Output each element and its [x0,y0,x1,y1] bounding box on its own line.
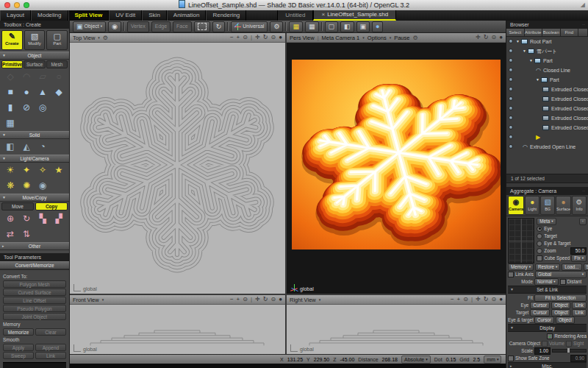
visibility-bullet-icon[interactable] [509,106,513,110]
link-axis-checkbox[interactable] [508,272,514,277]
smooth-append-button[interactable]: Append [35,344,66,351]
set-link-section-bar[interactable]: ▼Set & Link [508,286,587,294]
torus-tool-icon[interactable]: ◎ [35,101,51,115]
convert-pseudo-polygon-button[interactable]: Pseudo Polygon [3,305,66,312]
four-view-layout-button[interactable]: ▦ [289,21,303,32]
rotate-tool-icon[interactable]: ↻ [484,33,489,42]
spot-light-tool-icon[interactable]: ✦ [18,163,35,177]
browser-row[interactable]: ◠Extruded Open Line [506,142,588,152]
mode-dropdown[interactable]: Normal▾ [534,278,559,286]
zoom-in-button[interactable]: + [237,295,240,304]
aggregate-tab-info[interactable]: ⚙Info [572,196,587,215]
tool-parameters-header[interactable]: Tool Parameters [0,253,69,261]
visibility-bullet-icon[interactable] [509,135,513,139]
convert-curved-surface-button[interactable]: Curved Surface [3,289,66,296]
eye-cursor-button[interactable]: Cursor [530,302,550,309]
pan-tool-icon[interactable]: ✛ [255,295,260,304]
aggregate-tab-surface[interactable]: ●Surface [556,196,571,215]
aggregate-tab-light[interactable]: ●Light [525,196,539,215]
browser-panel-header[interactable]: Browser·· [506,21,588,29]
workspace-tab-uv-edit[interactable]: UV Edit [109,10,142,21]
grid-toggle-button[interactable]: ▦ [305,21,319,32]
front-view-title[interactable]: Front View [73,297,99,303]
orbit-tool-icon[interactable]: ● [279,295,282,304]
cylinder-tool-icon[interactable]: ▮ [2,101,18,115]
tab-primitive[interactable]: Primitive [1,60,23,68]
view-menu-dropdown-icon[interactable]: ▾ [98,35,100,40]
top-view-title[interactable]: Top View [73,35,95,41]
filter-funnel-icon[interactable] [578,29,588,36]
top-viewport[interactable]: Top View ▾ ⚙ − + ⊙ | ✛ ↻ ⊙ ● global [70,33,287,294]
visibility-bullet-icon[interactable] [509,116,513,120]
link-axis-dropdown[interactable]: Global▾ [535,271,587,278]
orbit-tool-icon[interactable]: ● [499,295,503,304]
camera-toolbar-button[interactable]: ◉ [108,21,121,32]
zoom-out-button[interactable]: − [230,33,234,42]
smooth-apply-button[interactable]: Apply [3,344,34,351]
browser-tab-find[interactable]: Find [561,29,579,36]
zoom-tool-icon[interactable]: ⊙ [243,295,248,304]
pan-tool-icon[interactable]: ✛ [476,295,481,304]
right-view-title[interactable]: Right View [290,297,316,303]
aggregate-panel-header[interactable]: Aggregate : Camera·· [506,187,588,195]
gear-icon[interactable]: ⚙ [103,35,108,41]
move-copy-section-bar[interactable]: ▼Move/Copy [0,194,69,202]
visibility-bullet-icon[interactable] [509,58,513,63]
rendering-area-checkbox[interactable]: ✓ [547,333,553,339]
display-hidden-line-button[interactable]: ◧ [340,21,354,32]
solid-subtract-tool-icon[interactable]: ◭ [18,140,35,154]
meta-sub-dropdown[interactable]: ▾ [579,218,587,225]
visibility-bullet-icon[interactable] [509,68,513,72]
magnify-tool-icon[interactable]: ⊙ [491,295,496,304]
solid-section-bar[interactable]: ▼Solid [0,131,69,139]
target-radio[interactable] [537,233,542,239]
zoom-tool-icon[interactable]: ⊙ [463,295,468,304]
open-line-tool-icon[interactable]: ◠ [18,70,35,84]
smooth-link-button[interactable]: Link [35,352,66,359]
browser-tab-select[interactable]: Select [506,29,525,36]
front-viewport[interactable]: Front View ▾ − + ⊙ | ✛ ↻ ⊙ ● global [70,295,287,354]
pers-viewport[interactable]: Pers View | Meta Camera 1 ▾ Options ▾ Pa… [287,33,506,294]
pers-view-title[interactable]: Pers View [290,35,315,41]
create-mode-button[interactable]: ✎Create [1,30,23,50]
rotate-tool-icon[interactable]: ↻ [263,33,268,42]
mirror-tool-icon[interactable]: ⇄ [2,227,18,241]
workspace-tab-layout[interactable]: Layout [0,10,31,21]
smooth-sweep-button[interactable]: Sweep [3,352,34,359]
pause-button[interactable]: Pause [394,35,409,41]
magnify-tool-icon[interactable]: ⊙ [270,33,276,42]
display-section-bar[interactable]: ▼Display [508,324,587,332]
browser-row[interactable]: ▼Part [506,56,588,66]
visibility-bullet-icon[interactable] [509,96,513,101]
document-tab-untitled[interactable]: Untitled [277,10,313,21]
gear-icon[interactable]: ⚙ [412,35,417,41]
shear-tool-icon[interactable]: ⇅ [18,227,35,241]
misc-section-bar[interactable]: ▸Misc. [508,362,587,368]
preview-render-button[interactable]: ● [372,21,383,32]
right-viewport[interactable]: Right View ▾ − + ⊙ | ✛ ↻ ⊙ ● global [287,295,506,354]
volume-checkbox[interactable] [542,341,548,347]
circle-line-tool-icon[interactable]: ○ [51,70,67,84]
rotate-tool-icon[interactable]: ↻ [18,212,35,226]
distant-light-tool-icon[interactable]: ✧ [35,163,51,177]
object-section-bar[interactable]: ▼Object [0,52,69,60]
safe-zone-value-field[interactable]: 0.90 [570,355,587,362]
cone-tool-icon[interactable]: ▲ [35,85,51,99]
visibility-bullet-icon[interactable] [509,49,513,53]
ambient-light-tool-icon[interactable]: ❋ [2,179,18,193]
browser-tab-boolean[interactable]: Boolean [542,29,561,36]
zoom-out-button[interactable]: − [230,295,234,304]
zoom-in-button[interactable]: + [237,33,240,42]
modify-mode-button[interactable]: ▧Modify [24,30,46,50]
clear-button[interactable]: Clear [35,328,66,336]
light-camera-section-bar[interactable]: ▼Light/Camera [0,155,69,163]
camera-selector[interactable]: Meta Camera 1 [322,35,360,41]
fit-to-selection-button[interactable]: Fit to Selection [534,294,587,302]
toolbox-panel-header[interactable]: Toolbox : Create [0,21,69,29]
polygon-line-tool-icon[interactable]: ◇ [2,70,18,84]
rectangle-select-button[interactable] [194,21,210,32]
wedge-tool-icon[interactable]: ◆ [51,85,67,99]
browser-row[interactable]: ◠Closed Line [506,66,588,75]
options-dropdown-icon[interactable]: ▾ [390,35,392,40]
load-button[interactable]: Load... [562,263,581,271]
